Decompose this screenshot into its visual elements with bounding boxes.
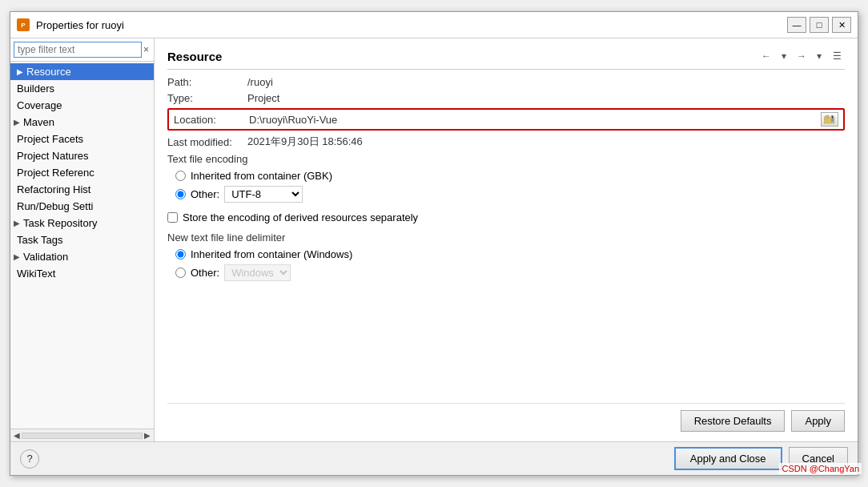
restore-defaults-button[interactable]: Restore Defaults <box>681 410 786 432</box>
apply-button[interactable]: Apply <box>791 410 845 432</box>
sidebar-item-coverage[interactable]: Coverage <box>10 97 154 114</box>
location-browse-button[interactable] <box>821 112 838 127</box>
sidebar-item-maven[interactable]: ▶ Maven <box>10 114 154 131</box>
back-arrow-button[interactable]: ▾ <box>776 48 792 64</box>
sidebar-item-label: Project Facets <box>17 133 83 145</box>
content-header: Resource ← ▾ → ▾ ☰ <box>167 48 845 70</box>
encoding-inherited-label: Inherited from container (GBK) <box>191 170 332 182</box>
sidebar-item-label: Maven <box>23 116 54 128</box>
last-modified-value: 2021年9月30日 18:56:46 <box>247 135 363 149</box>
line-inherited-radio[interactable] <box>175 249 186 260</box>
content-title: Resource <box>167 50 222 63</box>
filter-clear-button[interactable]: × <box>142 42 151 58</box>
last-modified-label: Last modified: <box>167 136 247 148</box>
dialog-icon: P <box>17 18 30 31</box>
sidebar-list: ▶ Resource Builders Coverage ▶ Maven Pro… <box>10 62 154 429</box>
sidebar-item-label: Project Natures <box>17 150 89 162</box>
line-delimiter-section-label: New text file line delimiter <box>167 231 845 244</box>
encoding-inherited-radio[interactable] <box>175 171 186 181</box>
line-other-radio[interactable] <box>175 268 186 278</box>
sidebar-item-task-tags[interactable]: Task Tags <box>10 231 154 248</box>
sidebar-item-label: Task Repository <box>23 217 97 229</box>
type-label: Type: <box>167 92 247 104</box>
location-label: Location: <box>174 114 249 126</box>
location-row: Location: D:\ruoyi\RuoYi-Vue <box>167 108 845 131</box>
sidebar-scrollbar: ◀ ▶ <box>10 429 154 441</box>
help-button[interactable]: ? <box>20 449 39 469</box>
expand-icon: ▶ <box>14 118 20 127</box>
maximize-button[interactable]: □ <box>810 17 829 33</box>
sidebar-item-label: Validation <box>23 251 68 263</box>
nav-controls: ← ▾ → ▾ ☰ <box>758 48 845 64</box>
sidebar-item-resource[interactable]: ▶ Resource <box>10 63 154 80</box>
sidebar: × ▶ Resource Builders Coverage ▶ Maven <box>10 38 155 441</box>
sidebar-item-refactoring[interactable]: Refactoring Hist <box>10 181 154 198</box>
expand-icon: ▶ <box>17 67 23 76</box>
sidebar-item-label: Coverage <box>17 99 62 111</box>
scroll-track <box>22 433 143 439</box>
bottom-buttons: Restore Defaults Apply <box>167 403 845 432</box>
line-select[interactable]: Windows Unix Mac <box>224 264 291 281</box>
sidebar-item-label: WikiText <box>17 268 55 280</box>
sidebar-item-project-references[interactable]: Project Referenc <box>10 164 154 181</box>
sidebar-item-run-debug[interactable]: Run/Debug Setti <box>10 198 154 215</box>
sidebar-item-label: Run/Debug Setti <box>17 200 93 212</box>
properties-dialog: P Properties for ruoyi — □ ✕ × ▶ Resourc… <box>10 11 858 476</box>
sidebar-item-task-repository[interactable]: ▶ Task Repository <box>10 215 154 231</box>
content-spacer <box>167 290 845 403</box>
last-modified-row: Last modified: 2021年9月30日 18:56:46 <box>167 135 845 149</box>
path-value: /ruoyi <box>247 76 273 88</box>
encoding-other-radio[interactable] <box>175 189 186 199</box>
sidebar-item-validation[interactable]: ▶ Validation <box>10 248 154 265</box>
watermark: CSDN @ChangYan <box>779 463 862 474</box>
minimize-button[interactable]: — <box>787 17 806 33</box>
filter-input[interactable] <box>14 42 142 58</box>
sidebar-item-label: Resource <box>26 66 71 78</box>
sidebar-item-builders[interactable]: Builders <box>10 80 154 97</box>
sidebar-item-label: Builders <box>17 83 54 95</box>
line-delimiter-radio-group: Inherited from container (Windows) Other… <box>175 248 845 285</box>
title-bar: P Properties for ruoyi — □ ✕ <box>10 12 858 38</box>
expand-icon: ▶ <box>14 219 20 227</box>
sidebar-item-project-natures[interactable]: Project Natures <box>10 147 154 164</box>
sidebar-item-project-facets[interactable]: Project Facets <box>10 131 154 147</box>
store-encoding-checkbox[interactable] <box>167 212 178 223</box>
path-row: Path: /ruoyi <box>167 76 845 88</box>
line-inherited-label: Inherited from container (Windows) <box>191 248 352 260</box>
scroll-left-icon[interactable]: ◀ <box>14 431 20 440</box>
encoding-radio-group: Inherited from container (GBK) Other: UT… <box>175 170 845 207</box>
scroll-right-icon[interactable]: ▶ <box>144 431 151 440</box>
content-area: Resource ← ▾ → ▾ ☰ Path: /ruoyi Type: Pr… <box>155 38 858 441</box>
svg-rect-4 <box>826 115 829 117</box>
store-encoding-row: Store the encoding of derived resources … <box>167 211 845 223</box>
encoding-other-label: Other: <box>191 188 219 200</box>
dialog-footer: ? Apply and Close Cancel <box>10 441 858 475</box>
close-button[interactable]: ✕ <box>832 17 851 33</box>
apply-and-close-button[interactable]: Apply and Close <box>674 447 782 470</box>
type-row: Type: Project <box>167 92 845 104</box>
encoding-section-label: Text file encoding <box>167 153 845 165</box>
forward-button[interactable]: → <box>794 48 810 64</box>
encoding-other-row: Other: UTF-8 GBK UTF-16 ISO-8859-1 <box>175 186 845 203</box>
encoding-select[interactable]: UTF-8 GBK UTF-16 ISO-8859-1 <box>224 186 303 203</box>
svg-text:P: P <box>21 22 26 29</box>
line-other-label: Other: <box>191 267 219 279</box>
sidebar-item-label: Refactoring Hist <box>17 183 90 195</box>
menu-button[interactable]: ☰ <box>829 48 845 64</box>
line-inherited-row: Inherited from container (Windows) <box>175 248 845 260</box>
back-button[interactable]: ← <box>758 48 774 64</box>
sidebar-item-label: Task Tags <box>17 234 63 246</box>
store-encoding-label: Store the encoding of derived resources … <box>183 211 418 223</box>
path-label: Path: <box>167 76 247 88</box>
dialog-body: × ▶ Resource Builders Coverage ▶ Maven <box>10 38 858 441</box>
forward-arrow-button[interactable]: ▾ <box>811 48 827 64</box>
svg-rect-5 <box>831 119 834 122</box>
encoding-inherited-row: Inherited from container (GBK) <box>175 170 845 182</box>
sidebar-item-label: Project Referenc <box>17 167 94 179</box>
window-controls: — □ ✕ <box>787 17 851 33</box>
expand-icon: ▶ <box>14 252 20 261</box>
svg-rect-3 <box>824 117 828 119</box>
sidebar-item-wikitext[interactable]: WikiText <box>10 265 154 282</box>
line-other-row: Other: Windows Unix Mac <box>175 264 845 281</box>
filter-row: × <box>10 38 154 62</box>
